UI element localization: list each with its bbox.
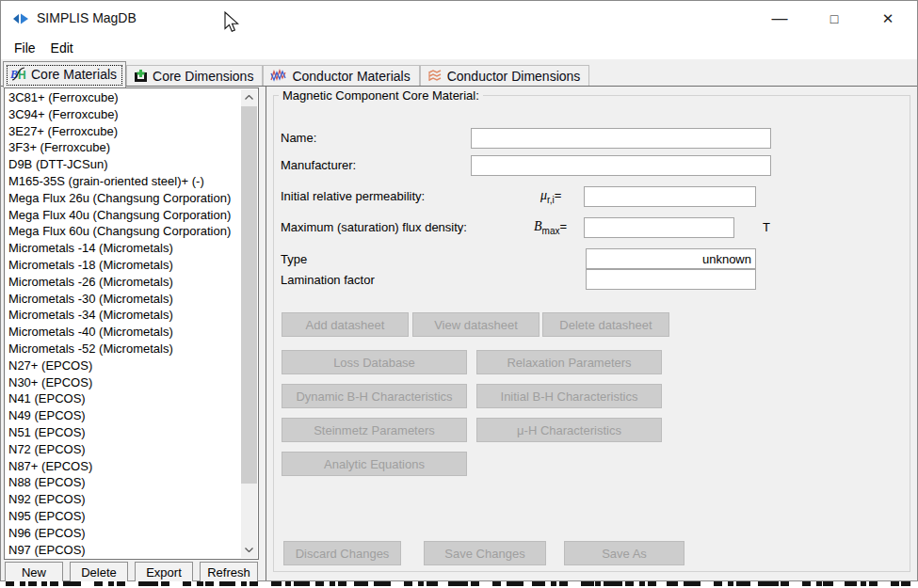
tab-conductor-dimensions[interactable]: Conductor Dimensions: [420, 65, 590, 87]
core-materials-listbox: 3C81+ (Ferroxcube) 3C94+ (Ferroxcube) 3E…: [4, 87, 259, 560]
close-button[interactable]: ✕: [866, 1, 910, 37]
list-item[interactable]: N49 (EPCOS): [6, 407, 241, 424]
app-window: SIMPLIS MagDB — □ ✕ File Edit B H Core M…: [0, 0, 918, 581]
core-plus-icon: [134, 69, 148, 83]
maximize-button[interactable]: □: [813, 1, 856, 37]
delete-datasheet-button[interactable]: Delete datasheet: [542, 312, 669, 337]
list-item[interactable]: N41 (EPCOS): [6, 390, 241, 407]
bh-curve-icon: B H: [10, 67, 26, 81]
steinmetz-parameters-button[interactable]: Steinmetz Parameters: [282, 418, 467, 442]
core-material-groupbox: Magnetic Component Core Material: Name: …: [273, 95, 910, 572]
background-window-strip: [0, 581, 918, 588]
content-area: 3C81+ (Ferroxcube) 3C94+ (Ferroxcube) 3E…: [1, 87, 917, 580]
list-item[interactable]: N72 (EPCOS): [6, 441, 241, 458]
permeability-field[interactable]: [584, 186, 756, 207]
tab-core-materials[interactable]: B H Core Materials: [3, 61, 126, 87]
initial-bh-button[interactable]: Initial B-H Characteristics: [476, 384, 662, 408]
list-item[interactable]: Mega Flux 26u (Changsung Corporation): [6, 190, 241, 207]
view-datasheet-button[interactable]: View datasheet: [412, 312, 540, 337]
tab-label: Core Dimensions: [153, 69, 253, 84]
list-item[interactable]: N92 (EPCOS): [6, 491, 241, 508]
flux-density-field[interactable]: [584, 217, 734, 238]
mouse-cursor: [224, 11, 239, 33]
scroll-down-icon[interactable]: [241, 542, 257, 558]
core-materials-list: 3C81+ (Ferroxcube) 3C94+ (Ferroxcube) 3E…: [6, 89, 241, 558]
scroll-up-icon[interactable]: [241, 89, 257, 105]
minimize-button[interactable]: —: [758, 1, 801, 37]
groupbox-title: Magnetic Component Core Material:: [279, 88, 483, 103]
list-item[interactable]: 3E27+ (Ferroxcube): [6, 123, 241, 140]
list-item[interactable]: Micrometals -14 (Micrometals): [6, 240, 241, 257]
tab-label: Core Materials: [31, 67, 117, 82]
list-item[interactable]: Mega Flux 60u (Changsung Corporation): [6, 223, 241, 240]
titlebar: SIMPLIS MagDB — □ ✕: [1, 1, 917, 37]
clipped-text-glyphs: [6, 581, 912, 586]
list-scrollbar[interactable]: [241, 89, 257, 558]
export-button[interactable]: Export: [135, 562, 193, 582]
mu-ri-symbol: μr,i=: [540, 188, 561, 205]
manufacturer-field[interactable]: [471, 155, 771, 176]
name-label: Name:: [281, 131, 316, 145]
screenshot-root: SIMPLIS MagDB — □ ✕ File Edit B H Core M…: [0, 0, 918, 588]
list-item[interactable]: N95 (EPCOS): [6, 508, 241, 525]
permeability-label: Initial relative permeability:: [281, 189, 425, 203]
lamination-factor-label: Lamination factor: [281, 273, 375, 287]
name-field[interactable]: [471, 128, 771, 149]
list-item[interactable]: N27+ (EPCOS): [6, 358, 241, 374]
add-datasheet-button[interactable]: Add datasheet: [282, 312, 409, 337]
dynamic-bh-button[interactable]: Dynamic B-H Characteristics: [282, 384, 467, 408]
lamination-factor-field[interactable]: [586, 269, 756, 290]
flux-density-label: Maximum (saturation) flux density:: [281, 220, 467, 234]
mu-h-characteristics-button[interactable]: μ-H Characteristics: [476, 418, 662, 442]
discard-changes-button[interactable]: Discard Changes: [283, 541, 401, 565]
list-item[interactable]: N30+ (EPCOS): [6, 374, 241, 391]
menubar: File Edit: [1, 37, 917, 59]
tab-strip: B H Core Materials Core Dimensions: [1, 59, 917, 87]
tab-pane-border: [1, 86, 917, 87]
flux-density-unit: T: [763, 220, 770, 234]
b-max-symbol: Bmax=: [534, 219, 567, 236]
list-item[interactable]: Micrometals -18 (Micrometals): [6, 257, 241, 274]
list-item[interactable]: Micrometals -30 (Micrometals): [6, 291, 241, 308]
list-item[interactable]: Micrometals -52 (Micrometals): [6, 341, 241, 358]
list-item[interactable]: Micrometals -40 (Micrometals): [6, 324, 241, 341]
list-actions-row: New Delete Export Refresh: [4, 562, 259, 582]
list-item[interactable]: 3C94+ (Ferroxcube): [6, 106, 241, 123]
tab-conductor-materials[interactable]: Conductor Materials: [263, 65, 419, 87]
menu-edit[interactable]: Edit: [44, 39, 80, 58]
tab-core-dimensions[interactable]: Core Dimensions: [126, 65, 263, 87]
save-changes-button[interactable]: Save Changes: [424, 541, 546, 565]
list-item[interactable]: N87+ (EPCOS): [6, 458, 241, 475]
loss-database-button[interactable]: Loss Database: [282, 350, 467, 374]
list-item[interactable]: Micrometals -26 (Micrometals): [6, 274, 241, 291]
wavy-traces-icon: [270, 69, 287, 83]
app-logo-icon: [12, 13, 29, 24]
coil-lines-icon: [427, 69, 443, 83]
panel-divider: [266, 87, 266, 580]
scrollbar-thumb[interactable]: [241, 106, 257, 484]
new-button[interactable]: New: [5, 562, 63, 582]
type-label: Type: [281, 252, 307, 266]
list-item[interactable]: Mega Flux 40u (Changsung Corporation): [6, 207, 241, 224]
window-title: SIMPLIS MagDB: [37, 10, 137, 25]
relaxation-parameters-button[interactable]: Relaxation Parameters: [476, 350, 662, 374]
list-item[interactable]: D9B (DTT-JCSun): [6, 156, 241, 173]
list-item[interactable]: 3F3+ (Ferroxcube): [6, 139, 241, 156]
analytic-equations-button[interactable]: Analytic Equations: [282, 452, 467, 476]
menu-file[interactable]: File: [8, 39, 42, 58]
list-item[interactable]: M165-35S (grain-oriented steel)+ (-): [6, 173, 241, 190]
list-item[interactable]: Micrometals -34 (Micrometals): [6, 307, 241, 324]
manufacturer-label: Manufacturer:: [281, 158, 356, 172]
list-item[interactable]: 3C81+ (Ferroxcube): [6, 89, 241, 106]
list-item[interactable]: N88 (EPCOS): [6, 474, 241, 491]
list-item[interactable]: N51 (EPCOS): [6, 424, 241, 441]
refresh-button[interactable]: Refresh: [200, 562, 258, 582]
list-item[interactable]: N96 (EPCOS): [6, 525, 241, 542]
type-field[interactable]: [586, 248, 756, 269]
tab-label: Conductor Materials: [292, 69, 410, 84]
list-item[interactable]: N97 (EPCOS): [6, 542, 241, 558]
delete-button[interactable]: Delete: [70, 562, 128, 582]
tab-label: Conductor Dimensions: [447, 69, 581, 84]
save-as-button[interactable]: Save As: [564, 541, 684, 565]
